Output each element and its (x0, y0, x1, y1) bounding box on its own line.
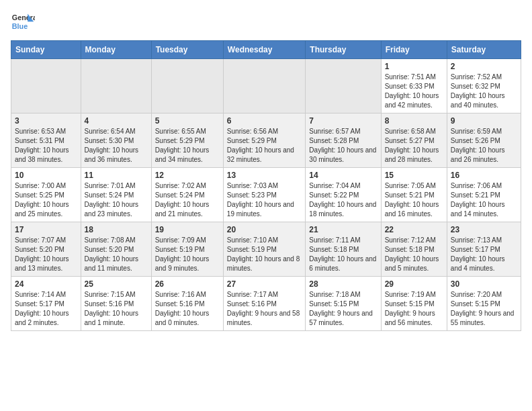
day-header-wednesday: Wednesday (223, 41, 306, 59)
day-info: Sunrise: 7:04 AM Sunset: 5:22 PM Dayligh… (309, 181, 377, 219)
day-number: 17 (15, 225, 77, 234)
day-info: Sunrise: 7:10 AM Sunset: 5:19 PM Dayligh… (227, 236, 302, 273)
day-cell: 21Sunrise: 7:11 AM Sunset: 5:18 PM Dayli… (306, 222, 381, 277)
day-header-friday: Friday (381, 41, 447, 59)
day-cell: 13Sunrise: 7:03 AM Sunset: 5:23 PM Dayli… (223, 168, 306, 222)
day-number: 16 (451, 171, 517, 180)
day-cell: 10Sunrise: 7:00 AM Sunset: 5:25 PM Dayli… (11, 168, 81, 222)
day-info: Sunrise: 7:13 AM Sunset: 5:17 PM Dayligh… (451, 236, 517, 273)
calendar-body: 1Sunrise: 7:51 AM Sunset: 6:33 PM Daylig… (11, 59, 521, 331)
day-info: Sunrise: 6:54 AM Sunset: 5:30 PM Dayligh… (85, 127, 148, 165)
day-header-sunday: Sunday (11, 41, 81, 59)
day-cell: 11Sunrise: 7:01 AM Sunset: 5:24 PM Dayli… (81, 168, 151, 222)
day-cell: 3Sunrise: 6:53 AM Sunset: 5:31 PM Daylig… (11, 113, 81, 168)
day-cell (11, 59, 81, 113)
day-info: Sunrise: 6:58 AM Sunset: 5:27 PM Dayligh… (385, 127, 443, 165)
day-cell: 19Sunrise: 7:09 AM Sunset: 5:19 PM Dayli… (151, 222, 223, 277)
day-number: 8 (385, 116, 443, 126)
day-cell: 23Sunrise: 7:13 AM Sunset: 5:17 PM Dayli… (447, 222, 521, 277)
day-info: Sunrise: 7:52 AM Sunset: 6:32 PM Dayligh… (451, 73, 517, 110)
day-info: Sunrise: 7:08 AM Sunset: 5:20 PM Dayligh… (85, 236, 148, 273)
day-number: 10 (15, 171, 77, 180)
day-cell: 1Sunrise: 7:51 AM Sunset: 6:33 PM Daylig… (381, 59, 447, 113)
day-info: Sunrise: 6:53 AM Sunset: 5:31 PM Dayligh… (15, 127, 77, 165)
day-number: 24 (15, 279, 77, 289)
day-cell (306, 59, 381, 113)
day-cell: 24Sunrise: 7:14 AM Sunset: 5:17 PM Dayli… (11, 277, 81, 331)
day-number: 30 (451, 279, 517, 289)
day-cell: 7Sunrise: 6:57 AM Sunset: 5:28 PM Daylig… (306, 113, 381, 168)
day-cell (151, 59, 223, 113)
day-cell: 20Sunrise: 7:10 AM Sunset: 5:19 PM Dayli… (223, 222, 306, 277)
day-info: Sunrise: 7:03 AM Sunset: 5:23 PM Dayligh… (227, 181, 302, 219)
day-number: 12 (155, 171, 220, 180)
day-info: Sunrise: 7:12 AM Sunset: 5:18 PM Dayligh… (385, 236, 443, 273)
day-cell: 22Sunrise: 7:12 AM Sunset: 5:18 PM Dayli… (381, 222, 447, 277)
day-info: Sunrise: 7:02 AM Sunset: 5:24 PM Dayligh… (155, 181, 220, 219)
day-cell: 30Sunrise: 7:20 AM Sunset: 5:15 PM Dayli… (447, 277, 521, 331)
day-cell: 4Sunrise: 6:54 AM Sunset: 5:30 PM Daylig… (81, 113, 151, 168)
week-row: 24Sunrise: 7:14 AM Sunset: 5:17 PM Dayli… (11, 277, 521, 331)
day-number: 14 (309, 171, 377, 180)
day-number: 6 (227, 116, 302, 126)
day-info: Sunrise: 7:11 AM Sunset: 5:18 PM Dayligh… (309, 236, 377, 273)
day-cell: 9Sunrise: 6:59 AM Sunset: 5:26 PM Daylig… (447, 113, 521, 168)
logo-icon: General Blue (11, 11, 35, 35)
day-cell: 2Sunrise: 7:52 AM Sunset: 6:32 PM Daylig… (447, 59, 521, 113)
day-info: Sunrise: 7:17 AM Sunset: 5:16 PM Dayligh… (227, 290, 302, 328)
week-row: 1Sunrise: 7:51 AM Sunset: 6:33 PM Daylig… (11, 59, 521, 113)
day-number: 4 (85, 116, 148, 126)
day-header-monday: Monday (81, 41, 151, 59)
day-info: Sunrise: 7:19 AM Sunset: 5:15 PM Dayligh… (385, 290, 443, 328)
day-number: 2 (451, 62, 517, 71)
day-info: Sunrise: 7:18 AM Sunset: 5:15 PM Dayligh… (309, 290, 377, 328)
day-info: Sunrise: 7:00 AM Sunset: 5:25 PM Dayligh… (15, 181, 77, 219)
day-cell: 15Sunrise: 7:05 AM Sunset: 5:21 PM Dayli… (381, 168, 447, 222)
day-number: 7 (309, 116, 377, 126)
day-cell: 28Sunrise: 7:18 AM Sunset: 5:15 PM Dayli… (306, 277, 381, 331)
day-info: Sunrise: 7:15 AM Sunset: 5:16 PM Dayligh… (85, 290, 148, 328)
week-row: 10Sunrise: 7:00 AM Sunset: 5:25 PM Dayli… (11, 168, 521, 222)
day-number: 13 (227, 171, 302, 180)
day-info: Sunrise: 7:20 AM Sunset: 5:15 PM Dayligh… (451, 290, 517, 328)
day-number: 26 (155, 279, 220, 289)
day-header-saturday: Saturday (447, 41, 521, 59)
day-number: 1 (385, 62, 443, 71)
day-number: 9 (451, 116, 517, 126)
day-number: 29 (385, 279, 443, 289)
day-cell: 18Sunrise: 7:08 AM Sunset: 5:20 PM Dayli… (81, 222, 151, 277)
day-number: 3 (15, 116, 77, 126)
calendar-table: SundayMondayTuesdayWednesdayThursdayFrid… (11, 40, 521, 331)
day-info: Sunrise: 6:57 AM Sunset: 5:28 PM Dayligh… (309, 127, 377, 165)
day-info: Sunrise: 7:05 AM Sunset: 5:21 PM Dayligh… (385, 181, 443, 219)
day-cell: 8Sunrise: 6:58 AM Sunset: 5:27 PM Daylig… (381, 113, 447, 168)
day-cell: 25Sunrise: 7:15 AM Sunset: 5:16 PM Dayli… (81, 277, 151, 331)
day-info: Sunrise: 7:16 AM Sunset: 5:16 PM Dayligh… (155, 290, 220, 328)
day-number: 11 (85, 171, 148, 180)
day-number: 19 (155, 225, 220, 234)
day-cell: 6Sunrise: 6:56 AM Sunset: 5:29 PM Daylig… (223, 113, 306, 168)
day-number: 28 (309, 279, 377, 289)
week-row: 3Sunrise: 6:53 AM Sunset: 5:31 PM Daylig… (11, 113, 521, 168)
day-info: Sunrise: 7:07 AM Sunset: 5:20 PM Dayligh… (15, 236, 77, 273)
day-cell: 16Sunrise: 7:06 AM Sunset: 5:21 PM Dayli… (447, 168, 521, 222)
day-number: 18 (85, 225, 148, 234)
day-cell: 27Sunrise: 7:17 AM Sunset: 5:16 PM Dayli… (223, 277, 306, 331)
day-number: 15 (385, 171, 443, 180)
day-info: Sunrise: 6:59 AM Sunset: 5:26 PM Dayligh… (451, 127, 517, 165)
day-info: Sunrise: 7:09 AM Sunset: 5:19 PM Dayligh… (155, 236, 220, 273)
day-cell: 29Sunrise: 7:19 AM Sunset: 5:15 PM Dayli… (381, 277, 447, 331)
day-info: Sunrise: 7:01 AM Sunset: 5:24 PM Dayligh… (85, 181, 148, 219)
day-info: Sunrise: 6:55 AM Sunset: 5:29 PM Dayligh… (155, 127, 220, 165)
day-info: Sunrise: 7:51 AM Sunset: 6:33 PM Dayligh… (385, 73, 443, 110)
header: General Blue (11, 11, 521, 35)
day-cell (223, 59, 306, 113)
day-cell: 12Sunrise: 7:02 AM Sunset: 5:24 PM Dayli… (151, 168, 223, 222)
day-header-thursday: Thursday (306, 41, 381, 59)
day-cell (81, 59, 151, 113)
day-info: Sunrise: 6:56 AM Sunset: 5:29 PM Dayligh… (227, 127, 302, 165)
day-header-tuesday: Tuesday (151, 41, 223, 59)
day-info: Sunrise: 7:06 AM Sunset: 5:21 PM Dayligh… (451, 181, 517, 219)
day-number: 20 (227, 225, 302, 234)
svg-text:Blue: Blue (12, 22, 28, 30)
